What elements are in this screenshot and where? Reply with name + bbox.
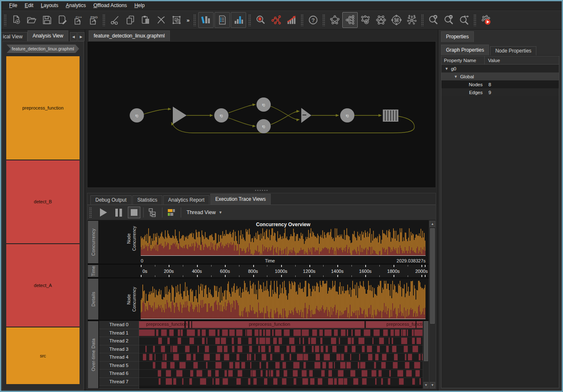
trend-analysis-button[interactable] [284, 12, 299, 28]
export-cpp-button[interactable]: C++ [70, 12, 85, 28]
expand-arrow-icon[interactable]: ▼ [454, 75, 458, 79]
scrollbar-thumb[interactable] [430, 228, 435, 324]
critical-path-button[interactable] [268, 12, 284, 28]
thread-row-label[interactable]: Thread 6 [99, 370, 139, 378]
delete-button[interactable] [153, 12, 169, 28]
chart-view-button[interactable] [231, 12, 246, 28]
copy-button[interactable] [122, 12, 138, 28]
stop-button[interactable] [128, 207, 140, 218]
timeline-view-button[interactable] [165, 207, 178, 218]
cut-button[interactable] [107, 12, 122, 28]
tab-statistics[interactable]: Statistics [132, 195, 162, 205]
tab-node-properties[interactable]: Node Properties [490, 46, 536, 55]
debug-button[interactable] [253, 12, 268, 28]
menu-item-file[interactable]: File [5, 1, 21, 10]
layout-organic-button[interactable] [373, 12, 389, 28]
zoom-out-button[interactable] [441, 12, 456, 28]
select-all-button[interactable] [169, 12, 184, 28]
thread-row-label[interactable]: Thread 0 [99, 321, 139, 329]
edit-document-button[interactable] [55, 12, 70, 28]
details-strip[interactable]: Details [88, 279, 98, 320]
report-view-button[interactable] [214, 12, 230, 28]
tree-view-button[interactable] [147, 207, 159, 218]
graph-edge[interactable] [229, 118, 255, 126]
trace-scrollbar[interactable]: ▲ ▼ [429, 220, 436, 389]
new-file-button[interactable] [8, 12, 24, 28]
graph-node-join-0[interactable] [173, 107, 187, 124]
table-row-global[interactable]: ▼Global [441, 72, 559, 80]
layout-targeted-button[interactable] [358, 12, 373, 28]
graph-canvas[interactable]: f()f()f()f()f() [87, 41, 436, 188]
toolbar-grip-icon[interactable] [102, 14, 105, 26]
help-button[interactable]: ? [305, 12, 321, 28]
treemap-block-detect-b[interactable]: detect_B [6, 160, 80, 243]
tab-debug-output[interactable]: Debug Output [90, 195, 132, 205]
tab-analytics-report[interactable]: Analytics Report [163, 195, 209, 205]
thread-row-label[interactable]: Thread 3 [99, 345, 139, 354]
menu-item-edit[interactable]: Edit [21, 1, 37, 10]
thread-row-label[interactable]: Thread 2 [99, 337, 139, 345]
treemap-block-preprocess-function[interactable]: preprocess_function [6, 56, 80, 160]
toolbar-grip-icon[interactable] [4, 14, 7, 26]
tab-scroll-right-icon[interactable]: ▶ [77, 32, 85, 41]
scrollbar-thumb[interactable] [424, 321, 428, 361]
expand-arrow-icon[interactable]: ▼ [445, 67, 448, 71]
horizontal-splitter[interactable] [85, 188, 438, 193]
graph-edge[interactable] [271, 111, 299, 125]
treemap-view-button[interactable] [198, 12, 214, 28]
overflow-button[interactable]: » [184, 12, 192, 28]
thread-timeline-chart[interactable] [139, 321, 423, 386]
tab-properties[interactable]: Properties [441, 31, 474, 42]
menu-item-analytics[interactable]: Analytics [62, 1, 90, 10]
menu-item-offload-actions[interactable]: Offload Actions [90, 1, 131, 10]
zoom-in-button[interactable] [426, 12, 441, 28]
toolbar-grip-icon[interactable] [421, 14, 424, 26]
export-png-button[interactable]: PNG [85, 12, 101, 28]
graph-edge[interactable] [229, 105, 255, 113]
pause-button[interactable] [112, 207, 125, 218]
paste-button[interactable] [138, 12, 153, 28]
graph-edge[interactable] [144, 109, 171, 114]
layout-spread-button[interactable] [404, 12, 419, 28]
toolbar-grip-icon[interactable] [193, 14, 196, 26]
time-ruler[interactable]: 0s200s400s600s800s1000s1200s1400s1600s18… [141, 265, 426, 277]
thread-row-label[interactable]: Thread 4 [99, 353, 139, 362]
concurrency-overview-chart[interactable] [141, 227, 426, 256]
scroll-down-icon[interactable]: ▼ [430, 382, 435, 388]
scroll-up-icon[interactable]: ▲ [430, 221, 435, 227]
scroll-down-icon[interactable]: ▼ [423, 382, 428, 388]
toolbar-grip-icon[interactable] [301, 14, 304, 26]
tab-graph-properties[interactable]: Graph Properties [441, 45, 489, 55]
thread-scrollbar[interactable]: ▼ [423, 321, 429, 389]
layout-hierarchical-button[interactable] [342, 12, 358, 28]
overtime-strip[interactable]: Over-time Data [88, 321, 98, 388]
menu-item-layouts[interactable]: Layouts [37, 1, 62, 10]
thread-row-label[interactable]: Thread 7 [99, 378, 139, 386]
toolbar-grip-icon[interactable] [89, 207, 92, 218]
splitter-handle-icon[interactable] [254, 190, 269, 191]
concurrency-strip[interactable]: Concurrency [88, 221, 98, 263]
treemap-block-detect-a[interactable]: detect_A [6, 244, 80, 327]
tab-scroll-left-icon[interactable]: ◀ [70, 32, 77, 41]
tab-execution-trace-views[interactable]: Execution Trace Views [210, 194, 271, 205]
graph-edge[interactable] [172, 116, 414, 133]
breadcrumb[interactable]: feature_detection_linux.graphml [7, 45, 79, 53]
flow-graph[interactable]: f()f()f()f()f() [87, 42, 436, 187]
thread-row-label[interactable]: Thread 1 [99, 329, 139, 337]
view-selector[interactable]: Thread View ▼ [187, 210, 222, 215]
save-button[interactable] [39, 12, 55, 28]
toolbar-grip-icon[interactable] [248, 14, 251, 26]
tab-graphical-view[interactable]: ical View [1, 32, 27, 41]
layout-circular-button[interactable] [327, 12, 342, 28]
toolbar-grip-icon[interactable] [322, 14, 325, 26]
open-file-button[interactable] [24, 12, 39, 28]
toolbar-grip-icon[interactable] [473, 14, 476, 26]
layout-clustered-button[interactable] [389, 12, 404, 28]
treemap-block-src[interactable]: src [6, 327, 80, 384]
table-row-g0[interactable]: ▼g0 [441, 65, 559, 72]
column-property-name[interactable]: Property Name [441, 56, 485, 64]
column-value[interactable]: Value [485, 58, 500, 63]
tab-analysis-view[interactable]: Analysis View [27, 30, 68, 41]
thread-row-label[interactable]: Thread 5 [99, 362, 139, 370]
time-strip[interactable]: Time [88, 265, 98, 277]
